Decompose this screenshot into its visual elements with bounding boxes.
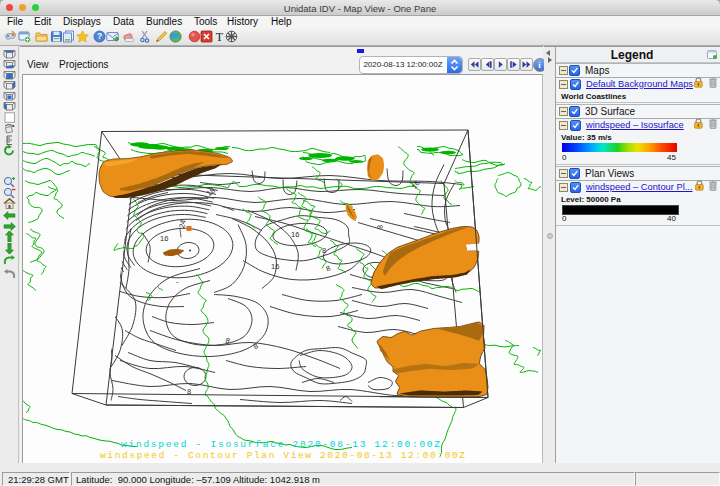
- svg-text:16: 16: [160, 234, 168, 243]
- svg-text:8: 8: [187, 387, 191, 396]
- svg-text:windspeed - Isosurface 2020-08: windspeed - Isosurface 2020-08-13 12:00:…: [121, 439, 440, 450]
- svg-text:windspeed - Contour Plan View: windspeed - Contour Plan View 2020-08-13…: [100, 450, 465, 461]
- svg-text:16: 16: [409, 179, 421, 191]
- svg-text:16: 16: [271, 262, 279, 271]
- svg-text:8: 8: [375, 224, 385, 230]
- svg-text:?: ?: [97, 31, 102, 41]
- svg-text:8: 8: [322, 246, 326, 255]
- svg-text:16: 16: [291, 230, 299, 239]
- svg-text:8: 8: [325, 263, 332, 273]
- svg-text:24: 24: [177, 219, 188, 229]
- svg-text:T: T: [216, 30, 224, 43]
